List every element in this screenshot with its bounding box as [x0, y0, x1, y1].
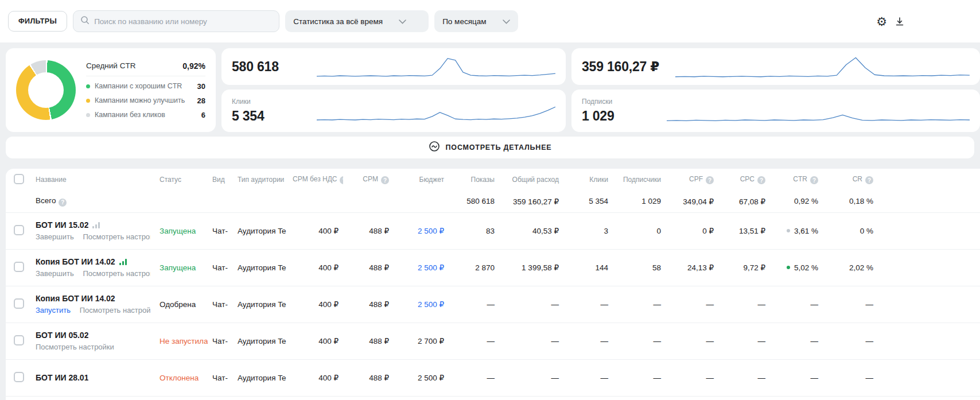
download-icon[interactable] — [895, 17, 904, 29]
header-total-spend: Общий расход — [499, 169, 563, 191]
search-input[interactable] — [94, 17, 272, 26]
table-row: БОТ ИИ 15.02 Завершить Посмотреть настро… — [6, 212, 980, 249]
legend-value: 28 — [197, 96, 205, 105]
ctr-card-title: Средний CTR — [86, 61, 135, 70]
cpf-value: — — [666, 359, 718, 396]
campaigns-table: Название Статус Вид Тип аудитории CPM бе… — [6, 169, 980, 400]
donut-hole — [28, 72, 64, 108]
header-kind: Вид — [208, 169, 233, 191]
launch-link[interactable]: Запустить — [36, 306, 71, 314]
table-row — [6, 396, 980, 400]
campaign-name[interactable]: БОТ ИИ 15.02 — [36, 220, 88, 230]
filters-button[interactable]: ФИЛЬТРЫ — [8, 11, 67, 32]
campaign-name[interactable]: Копия БОТ ИИ 14.02 — [36, 294, 115, 303]
settings-gear-icon[interactable]: ⚙ — [876, 15, 887, 28]
chevron-down-icon — [503, 17, 510, 26]
header-subscribers: Подписчики — [613, 169, 666, 191]
budget-link[interactable]: 2 500 ₽ — [418, 227, 444, 235]
campaign-name[interactable]: Копия БОТ ИИ 14.02 — [36, 257, 115, 266]
campaign-name[interactable]: БОТ ИИ 05.02 — [36, 331, 88, 340]
cr-value: — — [823, 323, 878, 359]
total-label: Всего — [36, 196, 56, 205]
total-clicks: 5 354 — [563, 191, 613, 212]
view-details-button[interactable]: ПОСМОТРЕТЬ ДЕТАЛЬНЕЕ — [6, 137, 974, 158]
header-ctr: CTR? — [770, 169, 823, 191]
clicks-label: Клики — [232, 98, 301, 106]
view-settings-link[interactable]: Посмотреть настройки — [83, 232, 151, 241]
header-name: Название — [31, 169, 155, 191]
subscriptions-value: 1 029 — [582, 108, 651, 124]
cpm-value: 488 ₽ — [343, 286, 394, 323]
cpm-value: 488 ₽ — [343, 359, 394, 396]
status-badge: Отклонена — [155, 359, 208, 396]
subscribers-value: 58 — [613, 249, 666, 286]
subscribers-value: — — [613, 359, 666, 396]
help-icon[interactable]: ? — [757, 176, 765, 184]
cpm-net-value: 400 ₽ — [288, 286, 343, 323]
budget-link[interactable]: 2 500 ₽ — [418, 263, 444, 272]
clicks-value: 3 — [563, 212, 613, 249]
total-cpf: 349,04 ₽ — [666, 191, 718, 212]
subscribers-value: 0 — [613, 212, 666, 249]
header-shows: Показы — [449, 169, 499, 191]
stats-period-select[interactable]: Статистика за всё время — [285, 10, 429, 32]
row-checkbox[interactable] — [14, 262, 24, 272]
ctr-value: — — [770, 286, 823, 323]
spend-sparkline — [675, 53, 970, 80]
finish-link[interactable]: Завершить — [36, 269, 74, 278]
legend-item-no-clicks: Кампании без кликов 6 — [86, 111, 205, 119]
row-checkbox[interactable] — [14, 372, 24, 382]
view-settings-link[interactable]: Посмотреть настройки — [36, 343, 114, 351]
cpm-value: 488 ₽ — [343, 212, 394, 249]
impressions-value: 580 618 — [232, 59, 301, 75]
row-checkbox[interactable] — [14, 225, 24, 235]
total-cpc: 67,08 ₽ — [718, 191, 770, 212]
header-cpf: CPF? — [666, 169, 718, 191]
row-checkbox[interactable] — [14, 298, 24, 309]
campaign-kind: Чат- — [208, 249, 233, 286]
table-header-row: Название Статус Вид Тип аудитории CPM бе… — [6, 169, 980, 191]
shows-value: 2 870 — [449, 249, 499, 286]
select-all-checkbox[interactable] — [14, 174, 24, 184]
shows-value: — — [449, 323, 499, 359]
legend-label: Кампании с хорошим CTR — [95, 82, 197, 90]
audience-type: Аудитория Te — [233, 323, 288, 359]
help-icon[interactable]: ? — [340, 176, 343, 184]
grouping-select[interactable]: По месяцам — [434, 10, 518, 32]
spend-card: 359 160,27 ₽ — [571, 48, 980, 85]
ctr-value: — — [770, 359, 823, 396]
cpf-value: — — [666, 286, 718, 323]
total-ctr: 0,92 % — [770, 191, 823, 212]
legend-item-can-improve: Кампании можно улучшить 28 — [86, 96, 205, 105]
cr-value: 2,02 % — [823, 249, 878, 286]
legend-value: 30 — [197, 82, 205, 91]
grouping-value: По месяцам — [442, 17, 486, 26]
help-icon[interactable]: ? — [706, 176, 714, 184]
row-checkbox[interactable] — [14, 335, 24, 345]
finish-link[interactable]: Завершить — [36, 232, 74, 241]
cpf-value: 24,13 ₽ — [666, 249, 718, 286]
header-cpm-net: CPM без НДС? — [288, 169, 343, 191]
search-box[interactable] — [73, 10, 279, 32]
cpc-value: — — [718, 323, 770, 359]
ctr-value: 5,02 % — [794, 263, 818, 272]
budget-link[interactable]: 2 500 ₽ — [418, 300, 444, 309]
clicks-value: — — [563, 323, 613, 359]
view-settings-link[interactable]: Посмотреть настройки — [83, 269, 151, 278]
help-icon[interactable]: ? — [810, 176, 818, 184]
cpf-value: — — [666, 323, 718, 359]
budget-value: 2 500 ₽ — [394, 359, 449, 396]
help-icon[interactable]: ? — [59, 199, 67, 207]
campaign-name[interactable]: БОТ ИИ 28.01 — [36, 373, 88, 382]
shows-value: 83 — [449, 212, 499, 249]
view-settings-link[interactable]: Посмотреть настройки — [80, 306, 150, 314]
help-icon[interactable]: ? — [381, 176, 389, 184]
header-budget: Бюджет — [394, 169, 449, 191]
audience-type: Аудитория Te — [233, 249, 288, 286]
cpc-value: — — [718, 359, 770, 396]
shows-value: — — [449, 359, 499, 396]
audience-type: Аудитория Te — [233, 286, 288, 323]
help-icon[interactable]: ? — [865, 176, 873, 184]
total-subscribers: 1 029 — [613, 191, 666, 212]
header-cr: CR? — [823, 169, 878, 191]
